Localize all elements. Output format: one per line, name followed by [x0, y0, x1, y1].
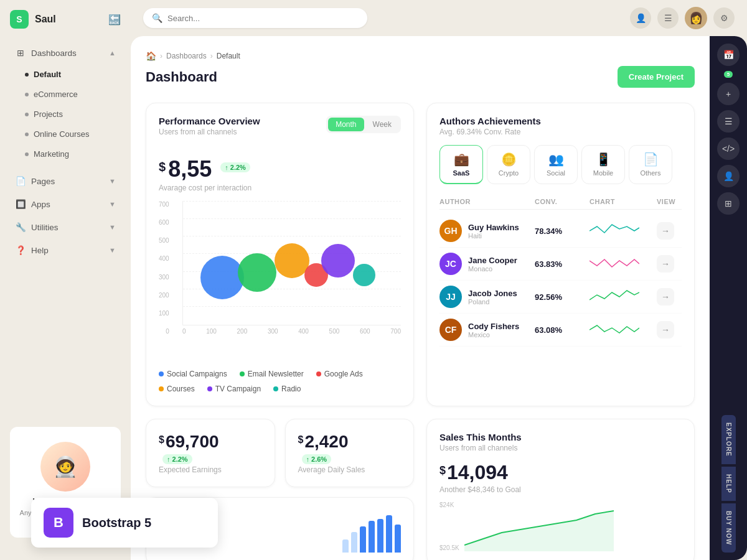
nav-label-apps: Apps — [31, 200, 50, 209]
nav-item-apps[interactable]: 🔲 Apps ▼ — [5, 193, 126, 215]
author-name-jane: Jane Cooper — [468, 256, 517, 265]
bubble-chart-container: 700 600 500 400 300 200 100 0 — [159, 201, 401, 350]
earnings-number: 69,700 — [166, 432, 219, 452]
breadcrumb-home-icon[interactable]: 🏠 — [146, 51, 156, 61]
authors-subtitle: Avg. 69.34% Conv. Rate — [439, 128, 682, 136]
performance-value-label: Avarage cost per interaction — [159, 184, 401, 192]
notification-button[interactable]: 👤 — [630, 7, 651, 29]
perf-title-group: Performance Overview Users from all chan… — [159, 116, 260, 145]
x-label-100: 100 — [206, 328, 217, 335]
legend-label-google: Google Ads — [324, 370, 363, 378]
dot-icon — [25, 133, 29, 136]
topbar: 🔍 👤 ☰ 👩 ⚙ — [131, 0, 747, 36]
daily-sales-value: $ 2,420 — [298, 432, 402, 452]
search-input[interactable] — [167, 14, 359, 23]
y-axis: 700 600 500 400 300 200 100 0 — [159, 201, 173, 335]
y-20-5k: $20.5K — [439, 544, 459, 551]
page-title: Dashboard — [146, 69, 217, 85]
bar-7 — [395, 525, 401, 553]
legend-social-campaigns: Social Campaigns — [159, 370, 227, 378]
avatar-jane: JC — [439, 253, 462, 275]
tab-others[interactable]: 📄 Others — [629, 145, 672, 184]
main-content: 🏠 › Dashboards › Default Dashboard Creat… — [131, 36, 710, 560]
sidebar-toggle-button[interactable]: 🔙 — [108, 14, 121, 26]
authors-table: AUTHOR CONV. CHART VIEW GH Guy Hawkins — [439, 194, 682, 347]
explore-label-button[interactable]: Explore — [721, 415, 736, 464]
breadcrumb-current: Default — [217, 52, 240, 60]
sales-number: 14,094 — [447, 461, 508, 484]
buy-label-button[interactable]: Buy now — [721, 503, 736, 553]
y-label-400: 400 — [159, 255, 169, 262]
right-panel-menu-button[interactable]: ☰ — [717, 110, 740, 133]
bootstrap-label: Bootstrap 5 — [131, 516, 151, 530]
value-number: 8,55 — [168, 156, 212, 182]
bubble-chart — [182, 201, 401, 325]
x-label-0: 0 — [182, 328, 186, 335]
view-button-cody[interactable]: → — [657, 321, 674, 338]
y-label-500: 500 — [159, 237, 169, 244]
avg-daily-sales-card: $ 2,420 2.6% Average Daily Sales — [285, 419, 415, 487]
right-panel-add-button[interactable]: + — [717, 83, 740, 105]
mobile-icon: 📱 — [596, 152, 611, 167]
settings-button[interactable]: ⚙ — [713, 7, 735, 29]
y-label-100: 100 — [159, 310, 169, 317]
tab-crypto[interactable]: 🪙 Crypto — [487, 145, 530, 184]
view-button-jacob[interactable]: → — [657, 288, 674, 306]
tab-social[interactable]: 👥 Social — [534, 145, 578, 184]
menu-button[interactable]: ☰ — [657, 7, 679, 29]
author-details-cody: Cody Fishers Mexico — [468, 322, 519, 338]
breadcrumb-dashboards[interactable]: Dashboards — [166, 52, 207, 60]
x-axis: 0 100 200 300 400 500 600 700 — [182, 328, 401, 335]
perf-header: Performance Overview Users from all chan… — [159, 116, 401, 145]
right-panel-grid-button[interactable]: ⊞ — [717, 192, 740, 215]
col-header-view: VIEW — [657, 198, 682, 205]
nav-item-help[interactable]: ❓ Help ▼ — [5, 239, 126, 261]
earnings-label: Expected Earnings — [159, 465, 262, 474]
grid-line — [183, 306, 401, 307]
nav-sub-item-online-courses[interactable]: Online Courses — [5, 124, 126, 144]
tab-month[interactable]: Month — [328, 118, 364, 131]
topbar-right: 👤 ☰ 👩 ⚙ — [630, 7, 735, 29]
sparkline-jane — [590, 254, 639, 273]
tab-saas[interactable]: 💼 SaaS — [439, 145, 483, 184]
dot-icon — [25, 93, 29, 96]
bar-6 — [386, 515, 392, 553]
nav-sub-item-projects[interactable]: Projects — [5, 105, 126, 124]
view-button-guy[interactable]: → — [657, 222, 674, 240]
bubble-email — [238, 253, 276, 292]
tab-label-others: Others — [640, 169, 660, 177]
view-button-jane[interactable]: → — [657, 255, 674, 273]
sales-title: Sales This Months — [439, 432, 682, 442]
sales-goal: Another $48,346 to Goal — [439, 485, 682, 494]
right-panel-calendar-button[interactable]: 📅 — [717, 44, 740, 66]
dashboards-icon: ⊞ — [15, 47, 26, 58]
chevron-down-icon: ▼ — [109, 177, 116, 185]
y-label-300: 300 — [159, 274, 169, 281]
tab-week[interactable]: Week — [365, 118, 399, 131]
legend-google-ads: Google Ads — [316, 370, 363, 378]
expected-earnings-card: $ 69,700 2.2% Expected Earnings — [146, 419, 275, 487]
create-project-button[interactable]: Create Project — [618, 66, 695, 88]
nav-item-dashboards[interactable]: ⊞ Dashboards ▲ — [5, 42, 126, 64]
performance-badge: 2.2% — [220, 162, 250, 172]
x-label-400: 400 — [298, 328, 309, 335]
nav-dashboards-section: ⊞ Dashboards ▲ Default eCommerce Project… — [0, 39, 131, 167]
tab-mobile[interactable]: 📱 Mobile — [581, 145, 625, 184]
nav-item-utilities[interactable]: 🔧 Utilities ▼ — [5, 216, 126, 238]
nav-sub-item-ecommerce[interactable]: eCommerce — [5, 85, 126, 104]
right-panel-user-button[interactable]: 👤 — [717, 165, 740, 187]
nav-label-utilities: Utilities — [31, 223, 59, 232]
x-label-200: 200 — [237, 328, 248, 335]
bubble-tv — [321, 244, 355, 278]
breadcrumb-sep: › — [160, 52, 162, 60]
right-panel-code-button[interactable]: </> — [717, 138, 740, 160]
nav-sub-item-default[interactable]: Default — [5, 65, 126, 84]
author-country-cody: Mexico — [468, 331, 519, 338]
help-label-button[interactable]: Help — [721, 467, 736, 501]
earnings-badge-row: 2.2% — [159, 454, 262, 464]
nav-sub-item-marketing[interactable]: Marketing — [5, 144, 126, 164]
nav-item-pages[interactable]: 📄 Pages ▼ — [5, 170, 126, 192]
sales-sparkline — [464, 502, 707, 551]
legend-dot-radio — [273, 386, 278, 391]
user-avatar[interactable]: 👩 — [685, 7, 707, 29]
